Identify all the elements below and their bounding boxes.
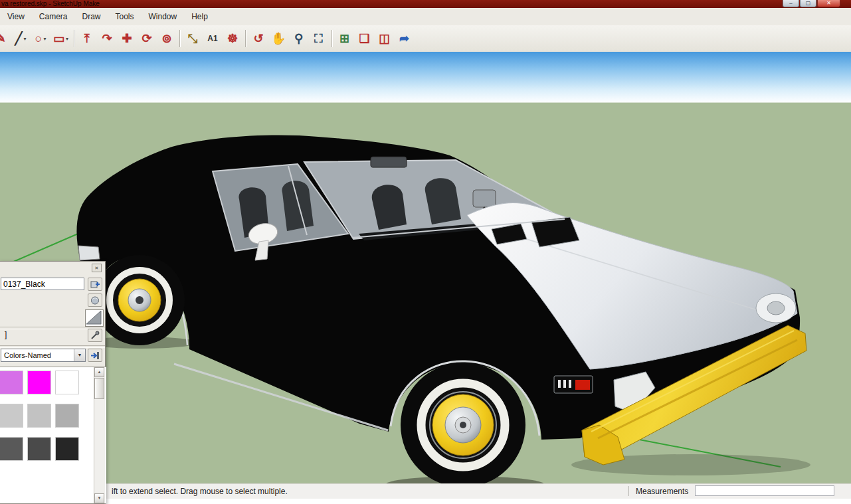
materials-panel-close-button[interactable]: ✕ (92, 264, 102, 272)
color-swatch[interactable] (27, 437, 51, 461)
material-name-input[interactable] (1, 278, 84, 290)
window-bottom-strip (0, 498, 851, 504)
materials-panel: ✕ ] (0, 261, 106, 504)
color-swatch[interactable] (55, 404, 79, 428)
measurements-label: Measurements (636, 487, 688, 496)
sphere-icon (90, 296, 100, 305)
rear-bumper-tip (78, 246, 100, 260)
swatch-grid (0, 367, 106, 461)
viewport-3d[interactable] (0, 52, 851, 483)
create-material-button[interactable] (88, 278, 102, 291)
rearview-mirror (371, 157, 407, 167)
swatch-scrollbar[interactable]: ▲ ▼ (94, 367, 105, 503)
default-material-button[interactable] (88, 294, 102, 307)
rear-wheel[interactable] (94, 255, 185, 345)
collection-label-fragment: ] (5, 330, 7, 339)
headlight[interactable] (756, 294, 796, 323)
sketchup-window: va restored.skp - SketchUp Make – ▢ ✕ Vi… (0, 0, 851, 504)
color-swatch[interactable] (0, 437, 23, 461)
car-model[interactable] (76, 135, 810, 493)
swatch-area: ▲ ▼ (0, 367, 106, 503)
secondary-pane-button[interactable] (88, 349, 102, 362)
scroll-down-button[interactable]: ▼ (94, 493, 104, 503)
color-swatch[interactable] (55, 437, 79, 461)
new-material-icon (90, 280, 100, 289)
scrollbar-thumb[interactable] (94, 378, 104, 399)
color-swatch[interactable] (0, 371, 23, 394)
open-pane-arrow-icon (90, 351, 100, 360)
collection-dropdown[interactable]: Colors-Named ▼ (1, 349, 86, 362)
color-swatch[interactable] (27, 404, 51, 428)
chevron-down-icon[interactable]: ▼ (74, 349, 85, 361)
sample-triangle-icon (86, 310, 102, 325)
front-wheel[interactable] (401, 363, 525, 487)
color-swatch[interactable] (27, 371, 51, 394)
material-preview[interactable] (85, 309, 104, 327)
model-canvas (0, 0, 851, 504)
measurements-input[interactable] (695, 485, 834, 496)
status-hint: ift to extend select. Drag mouse to sele… (112, 487, 288, 496)
color-swatch[interactable] (55, 371, 79, 394)
sample-paint-button[interactable] (88, 329, 102, 342)
fender-badge[interactable] (554, 376, 593, 393)
statusbar-divider (628, 486, 629, 496)
collection-dropdown-value: Colors-Named (1, 351, 74, 359)
statusbar: ift to extend select. Drag mouse to sele… (0, 483, 851, 499)
color-swatch[interactable] (0, 404, 23, 428)
eyedropper-icon (90, 331, 100, 340)
scroll-up-button[interactable]: ▲ (94, 367, 104, 377)
